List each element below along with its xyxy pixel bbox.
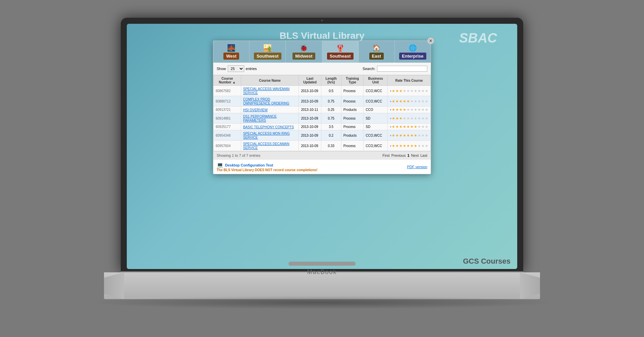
star-filled[interactable]: ★ [410, 133, 414, 138]
tab-midwest[interactable]: 🐞 Midwest [286, 41, 322, 63]
tab-southwest[interactable]: 🏜️ Southwest [250, 41, 286, 63]
course-link[interactable]: COMPLEX PROD OMNIPRESENCE ORDERING [243, 97, 289, 105]
star-empty[interactable]: ★ [410, 108, 414, 112]
star-empty[interactable]: ★ [403, 116, 406, 121]
star-empty[interactable]: ★ [414, 89, 417, 93]
entries-select[interactable]: 25 10 50 100 [228, 65, 244, 72]
page-last[interactable]: Last [420, 153, 427, 157]
star-filled[interactable]: ★ [392, 89, 395, 93]
star-filled[interactable]: ★ [403, 99, 406, 104]
course-link[interactable]: SPECIAL ACCESS MON RING SERVICE [243, 132, 290, 139]
page-1[interactable]: 1 [407, 153, 409, 157]
star-empty[interactable]: ★ [414, 108, 417, 112]
tab-west[interactable]: 🌉 West [213, 41, 250, 63]
star-filled[interactable]: ★ [407, 144, 410, 148]
star-filled[interactable]: ★ [392, 125, 395, 129]
star-empty[interactable]: ★ [414, 99, 417, 104]
star-filled[interactable]: ★ [403, 133, 406, 138]
tab-east[interactable]: 🏠 East [359, 41, 395, 63]
star-empty[interactable]: ★ [414, 116, 417, 121]
star-empty[interactable]: ★ [425, 99, 428, 104]
star-filled[interactable]: ★ [403, 125, 406, 129]
star-filled[interactable]: ★ [414, 133, 417, 138]
tab-southeast[interactable]: 🦞 Southeast [322, 41, 359, 63]
star-empty[interactable]: ★ [407, 89, 410, 93]
star-empty[interactable]: ★ [425, 108, 428, 112]
star-filled[interactable]: ★ [392, 116, 395, 121]
desktop-config-link[interactable]: Desktop Configuration Test [225, 163, 273, 167]
page-first[interactable]: First [382, 153, 389, 157]
col-training-type[interactable]: Training Type [341, 75, 363, 86]
star-filled[interactable]: ★ [407, 99, 410, 104]
star-empty[interactable]: ★ [425, 144, 428, 148]
page-next[interactable]: Next [411, 153, 419, 157]
star-filled[interactable]: ★ [392, 108, 395, 112]
star-empty[interactable]: ★ [410, 99, 414, 104]
course-link[interactable]: SPECIAL ACCESS WAVEMAN SERVICE [243, 87, 290, 95]
col-course-number[interactable]: Course Number [214, 75, 241, 86]
star-empty[interactable]: ★ [418, 99, 421, 104]
star-filled[interactable]: ★ [407, 133, 410, 138]
star-filled[interactable]: ★ [399, 99, 402, 104]
star-filled[interactable]: ★ [392, 144, 395, 148]
star-filled[interactable]: ★ [403, 108, 406, 112]
star-empty[interactable]: ★ [421, 99, 425, 104]
star-empty[interactable]: ★ [421, 89, 425, 93]
star-filled[interactable]: ★ [414, 125, 417, 129]
star-empty[interactable]: ★ [421, 144, 425, 148]
star-empty[interactable]: ★ [418, 144, 421, 148]
star-empty[interactable]: ★ [418, 116, 421, 121]
tab-enterprise[interactable]: 🌐 Enterprise [395, 41, 431, 63]
star-filled[interactable]: ★ [399, 89, 402, 93]
star-empty[interactable]: ★ [425, 116, 428, 121]
star-filled[interactable]: ★ [399, 116, 402, 121]
star-empty[interactable]: ★ [403, 89, 406, 93]
col-last-updated[interactable]: Last Updated [299, 75, 321, 86]
star-empty[interactable]: ★ [410, 116, 414, 121]
col-length[interactable]: Length (hrs) [321, 75, 341, 86]
course-link[interactable]: DS1 PERFORMANCE PARAMETERS [243, 115, 277, 122]
course-link[interactable]: SPECIAL ACCESS DECAMAN SERVICE [243, 142, 289, 150]
star-empty[interactable]: ★ [418, 133, 421, 138]
col-rate[interactable]: Rate This Course [388, 75, 431, 86]
star-filled[interactable]: ★ [399, 108, 402, 112]
star-filled[interactable]: ★ [410, 144, 414, 148]
star-empty[interactable]: ★ [418, 89, 421, 93]
star-filled[interactable]: ★ [392, 133, 395, 138]
star-empty[interactable]: ★ [407, 108, 410, 112]
pdf-version-link[interactable]: PDF version [407, 165, 427, 169]
star-empty[interactable]: ★ [418, 108, 421, 112]
star-empty[interactable]: ★ [421, 116, 425, 121]
star-filled[interactable]: ★ [395, 116, 399, 121]
course-link[interactable]: BASIC TELEPHONY CONCEPTS [243, 125, 294, 129]
col-course-name[interactable]: Course Name [241, 75, 299, 86]
star-filled[interactable]: ★ [403, 144, 406, 148]
star-empty[interactable]: ★ [421, 133, 425, 138]
close-button[interactable]: ✕ [427, 38, 434, 44]
star-empty[interactable]: ★ [425, 89, 428, 93]
star-filled[interactable]: ★ [395, 108, 399, 112]
star-filled[interactable]: ★ [399, 133, 402, 138]
star-filled[interactable]: ★ [395, 144, 399, 148]
star-filled[interactable]: ★ [399, 125, 402, 129]
star-empty[interactable]: ★ [425, 125, 428, 129]
star-filled[interactable]: ★ [399, 144, 402, 148]
star-filled[interactable]: ★ [414, 144, 417, 148]
star-filled[interactable]: ★ [395, 89, 399, 93]
page-previous[interactable]: Previous [391, 153, 406, 157]
star-empty[interactable]: ★ [421, 125, 425, 129]
star-filled[interactable]: ★ [407, 125, 410, 129]
search-input[interactable] [377, 66, 427, 72]
star-empty[interactable]: ★ [407, 116, 410, 121]
star-filled[interactable]: ★ [395, 133, 399, 138]
star-empty[interactable]: ★ [421, 108, 425, 112]
star-filled[interactable]: ★ [395, 99, 399, 104]
star-filled[interactable]: ★ [395, 125, 399, 129]
star-filled[interactable]: ★ [392, 99, 395, 104]
star-empty[interactable]: ★ [410, 89, 414, 93]
star-filled[interactable]: ★ [410, 125, 414, 129]
star-empty[interactable]: ★ [425, 133, 428, 138]
course-link[interactable]: HSI OVERVIEW [243, 108, 268, 112]
star-empty[interactable]: ★ [418, 125, 421, 129]
col-business-unit[interactable]: Business Unit [364, 75, 388, 86]
